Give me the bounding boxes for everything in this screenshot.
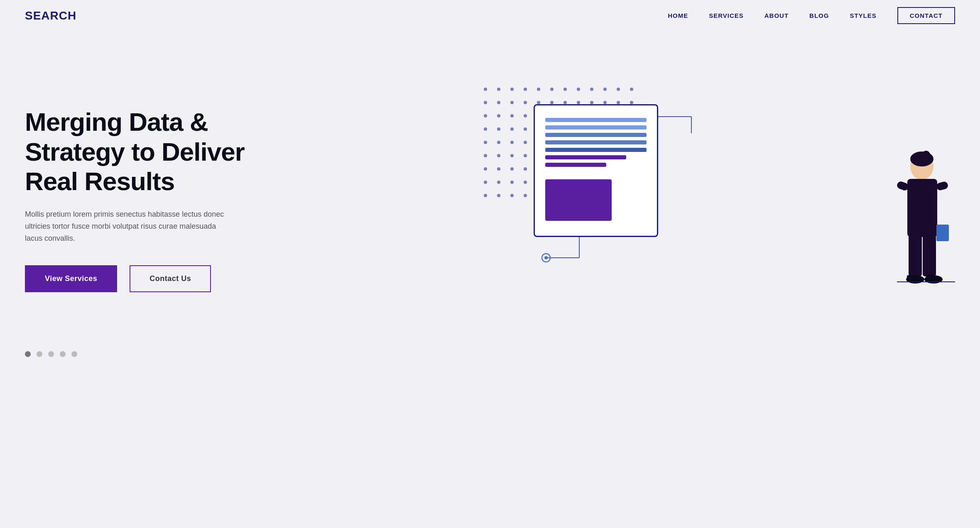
grid-dot <box>497 154 500 157</box>
grid-dot <box>577 88 580 91</box>
hero-title: Merging Data & Strategy to Deliver Real … <box>25 107 266 196</box>
grid-dot <box>484 141 487 144</box>
grid-dot <box>564 88 567 91</box>
svg-rect-18 <box>907 275 915 280</box>
hero-buttons: View Services Contact Us <box>25 265 266 292</box>
grid-dot <box>524 114 527 117</box>
grid-dot <box>484 127 487 131</box>
carousel-dots <box>0 343 980 369</box>
grid-dot <box>550 101 554 104</box>
grid-dot <box>537 101 540 104</box>
grid-dot <box>524 88 527 91</box>
grid-dot <box>603 88 607 91</box>
person-illustration <box>872 137 955 312</box>
hero-section: Merging Data & Strategy to Deliver Real … <box>0 32 980 343</box>
grid-dot <box>630 88 633 91</box>
carousel-dot-1[interactable] <box>25 351 31 357</box>
grid-dot <box>617 88 620 91</box>
hero-illustration <box>471 63 955 320</box>
grid-dot <box>510 88 514 91</box>
doc-line-7 <box>545 163 606 167</box>
grid-dot <box>484 88 487 91</box>
grid-dot <box>524 194 527 197</box>
nav-link-home[interactable]: HOME <box>668 12 688 19</box>
carousel-dot-2[interactable] <box>37 351 42 357</box>
doc-line-1 <box>545 118 647 122</box>
nav-item-about[interactable]: ABOUT <box>764 12 789 20</box>
grid-dot <box>603 101 607 104</box>
site-logo[interactable]: SEARCH <box>25 9 76 22</box>
svg-point-7 <box>544 256 548 259</box>
grid-dot <box>484 154 487 157</box>
grid-dot <box>497 127 500 131</box>
grid-dot <box>510 167 514 171</box>
grid-dot <box>510 114 514 117</box>
grid-dot <box>524 127 527 131</box>
grid-dot <box>577 101 580 104</box>
grid-dot <box>550 88 554 91</box>
grid-dot <box>510 194 514 197</box>
grid-dot <box>497 181 500 184</box>
nav-item-services[interactable]: SERVICES <box>709 12 744 20</box>
nav-link-blog[interactable]: BLOG <box>809 12 829 19</box>
grid-dot <box>510 141 514 144</box>
grid-dot <box>524 154 527 157</box>
grid-dot <box>484 101 487 104</box>
grid-dot <box>630 101 633 104</box>
grid-dot <box>497 167 500 171</box>
grid-dot <box>484 167 487 171</box>
grid-dot <box>524 181 527 184</box>
grid-dot <box>524 101 527 104</box>
view-services-button[interactable]: View Services <box>25 265 117 292</box>
svg-rect-16 <box>923 235 936 276</box>
grid-dot <box>617 101 620 104</box>
grid-dot <box>510 181 514 184</box>
contact-us-button[interactable]: Contact Us <box>130 265 211 292</box>
grid-dot <box>524 167 527 171</box>
grid-dot <box>484 181 487 184</box>
doc-line-4 <box>545 140 647 144</box>
nav-item-contact[interactable]: CONTACT <box>897 12 955 20</box>
grid-dot <box>484 114 487 117</box>
grid-dot <box>590 101 593 104</box>
doc-line-5 <box>545 148 647 152</box>
grid-dot <box>497 194 500 197</box>
grid-dot <box>484 194 487 197</box>
grid-dot <box>510 127 514 131</box>
doc-line-3 <box>545 133 647 137</box>
svg-point-10 <box>910 152 933 166</box>
grid-dot <box>497 101 500 104</box>
grid-dot <box>564 101 567 104</box>
document-card <box>534 104 658 237</box>
grid-dot <box>537 88 540 91</box>
doc-image-block <box>545 179 612 221</box>
nav-links: HOME SERVICES ABOUT BLOG STYLES CONTACT <box>668 12 955 20</box>
grid-dot <box>497 114 500 117</box>
nav-item-blog[interactable]: BLOG <box>809 12 829 20</box>
grid-dot <box>497 141 500 144</box>
nav-link-styles[interactable]: STYLES <box>850 12 876 19</box>
carousel-dot-5[interactable] <box>71 351 77 357</box>
nav-link-contact[interactable]: CONTACT <box>897 7 955 24</box>
grid-dot <box>497 88 500 91</box>
svg-rect-14 <box>936 225 949 241</box>
carousel-dot-4[interactable] <box>60 351 66 357</box>
nav-item-home[interactable]: HOME <box>668 12 688 20</box>
hero-subtitle: Mollis pretium lorem primis senectus hab… <box>25 208 224 244</box>
svg-point-6 <box>542 254 550 262</box>
hero-content: Merging Data & Strategy to Deliver Real … <box>25 90 266 292</box>
grid-dot <box>510 154 514 157</box>
navbar: SEARCH HOME SERVICES ABOUT BLOG STYLES C… <box>0 0 980 32</box>
grid-dot <box>510 101 514 104</box>
svg-rect-11 <box>907 179 937 237</box>
svg-rect-20 <box>926 274 934 280</box>
nav-link-services[interactable]: SERVICES <box>709 12 744 19</box>
svg-rect-13 <box>936 181 949 191</box>
nav-item-styles[interactable]: STYLES <box>850 12 876 20</box>
svg-rect-15 <box>909 235 922 276</box>
carousel-dot-3[interactable] <box>48 351 54 357</box>
grid-dot <box>590 88 593 91</box>
doc-line-6 <box>545 155 626 159</box>
doc-line-2 <box>545 125 647 130</box>
nav-link-about[interactable]: ABOUT <box>764 12 789 19</box>
